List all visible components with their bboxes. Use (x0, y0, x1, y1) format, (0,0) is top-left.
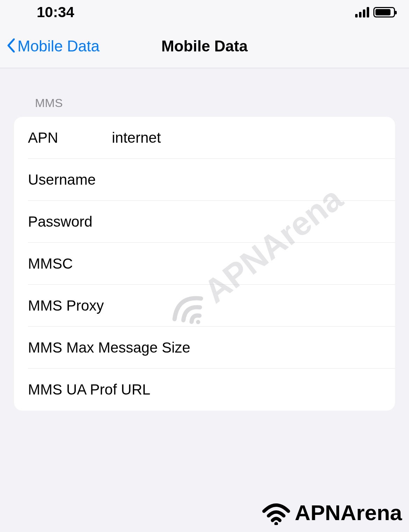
label-mms-ua: MMS UA Prof URL (28, 381, 150, 398)
section-header-mms: MMS (0, 68, 409, 117)
page-title: Mobile Data (162, 37, 248, 55)
wifi-icon (260, 501, 292, 525)
input-password[interactable] (112, 213, 381, 230)
battery-icon (373, 7, 395, 17)
label-username: Username (28, 171, 112, 188)
back-button[interactable]: Mobile Data (0, 36, 100, 57)
status-bar: 10:34 (0, 0, 409, 24)
navigation-header: Mobile Data Mobile Data (0, 24, 409, 68)
row-apn[interactable]: APN (14, 117, 395, 159)
back-label: Mobile Data (17, 37, 100, 55)
input-mms-ua[interactable] (150, 381, 381, 398)
label-mmsc: MMSC (28, 255, 112, 272)
row-mms-proxy[interactable]: MMS Proxy (14, 285, 395, 327)
settings-group-mms: APN Username Password MMSC MMS Proxy MMS… (14, 117, 395, 411)
label-apn: APN (28, 129, 112, 146)
input-username[interactable] (112, 171, 381, 188)
label-password: Password (28, 213, 112, 230)
svg-point-1 (274, 522, 278, 525)
cellular-signal-icon (355, 7, 369, 17)
watermark-footer-text: APNArena (295, 500, 402, 525)
row-mmsc[interactable]: MMSC (14, 243, 395, 285)
label-mms-proxy: MMS Proxy (28, 297, 104, 314)
chevron-left-icon (7, 36, 15, 57)
input-apn[interactable] (112, 129, 381, 146)
row-mms-max[interactable]: MMS Max Message Size (14, 327, 395, 369)
input-mms-max[interactable] (190, 339, 381, 356)
watermark-footer: APNArena (260, 500, 402, 525)
input-mmsc[interactable] (112, 255, 381, 272)
row-mms-ua[interactable]: MMS UA Prof URL (14, 369, 395, 411)
label-mms-max: MMS Max Message Size (28, 339, 190, 356)
row-password[interactable]: Password (14, 201, 395, 243)
status-time: 10:34 (37, 4, 74, 21)
status-indicators (355, 7, 395, 17)
row-username[interactable]: Username (14, 159, 395, 201)
input-mms-proxy[interactable] (104, 297, 381, 314)
